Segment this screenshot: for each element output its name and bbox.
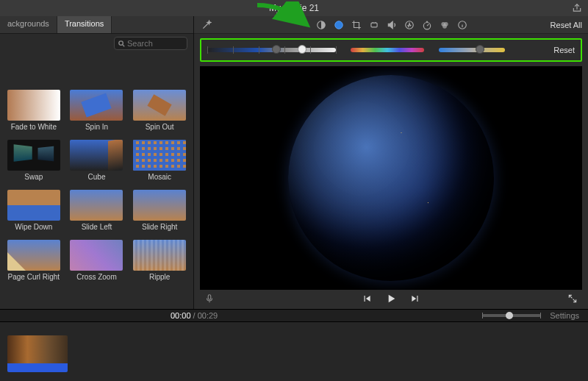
transition-thumbnail: [133, 90, 186, 121]
crop-icon[interactable]: [351, 20, 362, 30]
transition-label: Page Curl Right: [8, 273, 60, 281]
reset-all-button[interactable]: Reset All: [551, 21, 582, 29]
transition-item[interactable]: Swap: [4, 140, 63, 181]
reset-button[interactable]: Reset: [553, 46, 575, 54]
transition-item[interactable]: Cross Zoom: [68, 240, 126, 281]
color-correction-panel: Reset: [200, 38, 582, 62]
speed-icon[interactable]: [422, 20, 432, 30]
settings-button[interactable]: Settings: [550, 311, 579, 320]
transition-label: Ripple: [149, 273, 170, 281]
transition-label: Wipe Down: [15, 223, 52, 231]
saturation-slider[interactable]: [351, 48, 424, 52]
exposure-mid-knob[interactable]: [272, 45, 281, 54]
play-button[interactable]: [385, 293, 397, 306]
temperature-knob[interactable]: [476, 45, 484, 54]
transport-controls: [200, 290, 582, 309]
svg-point-0: [119, 40, 123, 45]
transition-item[interactable]: Cube: [68, 140, 126, 181]
timeline[interactable]: [0, 322, 588, 381]
temperature-slider[interactable]: [439, 48, 505, 52]
transition-thumbnail: [133, 240, 186, 271]
tab-transitions[interactable]: Transitions: [57, 16, 112, 33]
fullscreen-icon[interactable]: [567, 293, 578, 305]
timecode: 00:00 / 00:29: [171, 311, 218, 320]
transition-label: Cross Zoom: [76, 273, 116, 281]
volume-icon[interactable]: [387, 20, 397, 30]
svg-rect-11: [208, 295, 211, 299]
media-browser-panel: ackgrounds Transitions Fade to WhiteSpin…: [0, 16, 194, 309]
search-field[interactable]: [126, 38, 177, 49]
prev-button[interactable]: [362, 293, 372, 305]
color-correction-icon[interactable]: [334, 20, 344, 30]
timeline-clip[interactable]: [7, 335, 68, 372]
svg-point-9: [442, 24, 447, 28]
noise-reduction-icon[interactable]: [404, 20, 415, 30]
color-balance-icon[interactable]: [316, 20, 326, 30]
transition-label: Slide Left: [82, 223, 112, 231]
viewer-panel: Reset All Reset: [194, 16, 588, 309]
transition-grid: Fade to WhiteSpin InSpin OutSwapCubeMosa…: [4, 90, 189, 281]
voiceover-icon[interactable]: [204, 293, 215, 305]
stabilize-icon[interactable]: [369, 20, 379, 30]
transition-thumbnail: [133, 190, 186, 221]
transition-thumbnail: [70, 190, 123, 221]
zoom-slider[interactable]: [482, 314, 541, 317]
transition-label: Spin In: [85, 123, 108, 131]
transition-item[interactable]: Slide Right: [130, 190, 189, 231]
transition-item[interactable]: Fade to White: [4, 90, 63, 131]
transition-thumbnail: [133, 140, 186, 171]
preview-content: [288, 75, 494, 281]
transition-item[interactable]: Spin Out: [130, 90, 189, 131]
next-button[interactable]: [410, 293, 420, 305]
timecode-total: 00:29: [198, 311, 218, 320]
project-title: My Movie 21: [269, 3, 319, 13]
transition-label: Cube: [88, 173, 106, 181]
adjustment-toolbar: Reset All: [194, 16, 588, 34]
preview-viewer[interactable]: [200, 66, 582, 290]
transition-thumbnail: [7, 190, 60, 221]
transition-thumbnail: [7, 90, 60, 121]
timeline-header: 00:00 / 00:29 Settings: [0, 309, 588, 322]
transition-item[interactable]: Ripple: [130, 240, 189, 281]
transition-label: Swap: [24, 173, 43, 181]
transition-thumbnail: [7, 240, 60, 271]
transition-item[interactable]: Page Curl Right: [4, 240, 63, 281]
video-filter-icon[interactable]: [440, 20, 450, 30]
browser-tabs: ackgrounds Transitions: [0, 16, 193, 34]
share-icon[interactable]: [572, 3, 582, 15]
clip-audio-track: [7, 363, 68, 372]
info-icon[interactable]: [457, 20, 467, 30]
transition-item[interactable]: Mosaic: [130, 140, 189, 181]
transition-label: Slide Right: [142, 223, 177, 231]
titlebar: My Movie 21: [0, 0, 588, 16]
svg-rect-4: [371, 23, 377, 27]
transition-label: Spin Out: [146, 123, 174, 131]
transition-thumbnail: [70, 140, 123, 171]
exposure-slider[interactable]: [207, 48, 336, 52]
magic-wand-icon[interactable]: [200, 20, 213, 30]
transition-thumbnail: [70, 240, 123, 271]
transition-label: Mosaic: [148, 173, 171, 181]
search-icon: [118, 40, 126, 48]
transition-item[interactable]: Spin In: [68, 90, 126, 131]
clip-thumbnail: [7, 335, 68, 363]
transition-item[interactable]: Slide Left: [68, 190, 126, 231]
transition-thumbnail: [7, 140, 60, 171]
transition-label: Fade to White: [11, 123, 57, 131]
exposure-high-knob[interactable]: [298, 45, 306, 54]
tab-backgrounds[interactable]: ackgrounds: [0, 16, 57, 33]
timecode-current: 00:00: [171, 311, 191, 320]
transition-item[interactable]: Wipe Down: [4, 190, 63, 231]
search-input[interactable]: [114, 37, 187, 50]
transition-thumbnail: [70, 90, 123, 121]
